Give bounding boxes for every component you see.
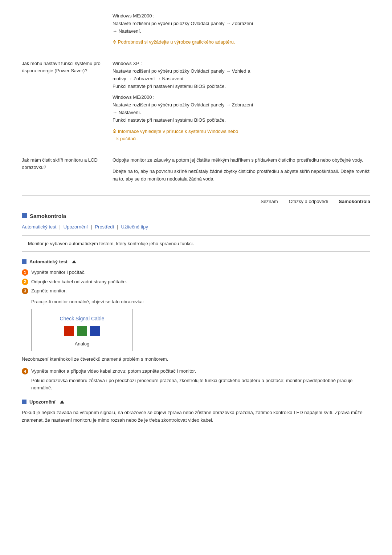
faq-question-cleaning: Jak mám čistit skříň monitoru a LCD obra…	[22, 157, 102, 186]
step-text-3: Zapněte monitor.	[31, 287, 67, 295]
step-num-2: 2	[22, 279, 28, 285]
signal-analog: Analog	[75, 341, 89, 347]
square-green	[77, 326, 87, 336]
cleaning-block-2: Dbejte na to, aby na povrchu skříně nezů…	[113, 168, 370, 183]
block-body: Nastavte rozlišení po výběru položky Ovl…	[113, 21, 253, 34]
subsection-upozorneni: Upozornění	[22, 399, 370, 405]
faq-note-power: ※ Informace vyhledejte v příručce k syst…	[113, 128, 370, 143]
signal-box: Check Signal Cable Analog	[31, 309, 133, 351]
tab-uzitecne-tipy[interactable]: Užitečné tipy	[121, 224, 148, 230]
section-heading-samokontrola: Samokontrola	[22, 213, 370, 219]
tab-prostredi[interactable]: Prostředí	[95, 224, 114, 230]
step4-note: Pokud obrazovka monitoru zůstává i po př…	[22, 377, 370, 392]
tab-auto-test[interactable]: Automatický test	[22, 224, 56, 230]
nav-seznam[interactable]: Seznam	[261, 199, 278, 204]
triangle-icon-u	[60, 400, 64, 404]
subsection-label-u: Upozornění	[29, 399, 56, 405]
faq-row-power-saver: Jak mohu nastavit funkci systému pro úsp…	[22, 55, 370, 151]
step-num-1: 1	[22, 269, 28, 276]
section-heading-text: Samokontrola	[30, 213, 66, 219]
win-me-title: Windows ME/2000 :	[113, 94, 155, 100]
win-me-body: Nastavte rozlišení po výběru položky Ovl…	[113, 102, 253, 123]
faq-question-1	[22, 12, 102, 50]
tab-sep-3: |	[117, 224, 118, 230]
subsection-icon-u	[22, 400, 26, 404]
nav-otazky[interactable]: Otázky a odpovědi	[289, 199, 328, 204]
step-num-4: 4	[22, 368, 28, 374]
tab-sep-1: |	[59, 224, 60, 230]
faq-section: Windows ME/2000 : Nastavte rozlišení po …	[22, 7, 370, 192]
step-1: 1 Vypněte monitor i počítač.	[22, 269, 370, 276]
cleaning-text-1: Odpojte monitor ze zásuvky a potom jej č…	[113, 157, 363, 163]
faq-answer-power-saver: Windows XP : Nastavte rozlišení po výběr…	[113, 60, 370, 146]
step3-note: Pracuje-li monitor normálně, objeví se t…	[22, 298, 370, 305]
nav-samokontrola[interactable]: Samokontrola	[339, 199, 370, 204]
tab-upozorneni[interactable]: Upozornění	[64, 224, 88, 230]
faq-answer-cleaning: Odpojte monitor ze zásuvky a potom jej č…	[113, 157, 370, 186]
nav-bar: Seznam Otázky a odpovědi Samokontrola	[22, 195, 370, 204]
faq-question-power-saver: Jak mohu nastavit funkci systému pro úsp…	[22, 60, 102, 146]
subsection-auto-test: Automatický test	[22, 259, 370, 264]
cleaning-text-2: Dbejte na to, aby na povrchu skříně nezů…	[113, 169, 369, 182]
section-heading-icon	[22, 213, 27, 218]
no-display-note: Nezobrazení kteréhokoli ze čtverečků zna…	[22, 356, 370, 362]
step-text-1: Vypněte monitor i počítač.	[31, 269, 86, 276]
step-3: 3 Zapněte monitor.	[22, 287, 370, 295]
win-xp-title: Windows XP :	[113, 61, 142, 66]
answer-block-me2000: Windows ME/2000 : Nastavte rozlišení po …	[113, 94, 370, 124]
win-xp-body: Nastavte rozlišení po výběru položky Ovl…	[113, 68, 250, 89]
info-box: Monitor je vybaven automatickým testem, …	[22, 235, 370, 252]
step-text-2: Odpojte video kabel od zadní strany počí…	[31, 278, 127, 285]
block-title: Windows ME/2000 :	[113, 13, 155, 19]
faq-row-cleaning: Jak mám čistit skříň monitoru a LCD obra…	[22, 151, 370, 191]
info-box-text: Monitor je vybaven automatickým testem, …	[28, 241, 194, 246]
faq-row-1: Windows ME/2000 : Nastavte rozlišení po …	[22, 7, 370, 55]
subsection-icon	[22, 259, 26, 264]
answer-block: Windows ME/2000 : Nastavte rozlišení po …	[113, 12, 370, 35]
square-blue	[90, 326, 100, 336]
square-red	[64, 326, 74, 336]
tab-sep-2: |	[91, 224, 92, 230]
signal-box-wrapper: Check Signal Cable Analog	[22, 309, 370, 351]
steps-list: 1 Vypněte monitor i počítač. 2 Odpojte v…	[22, 269, 370, 295]
step-2: 2 Odpojte video kabel od zadní strany po…	[22, 278, 370, 285]
signal-squares	[64, 326, 100, 336]
subsection-label: Automatický test	[29, 259, 68, 264]
step-text-4: Vypněte monitor a připojte video kabel z…	[31, 368, 196, 375]
triangle-icon	[72, 260, 76, 263]
upozorneni-section: Upozornění Pokud je nějaká závada na vst…	[22, 399, 370, 424]
upozorneni-text: Pokud je nějaká závada na vstupním signá…	[22, 409, 370, 424]
cleaning-block-1: Odpojte monitor ze zásuvky a potom jej č…	[113, 157, 370, 164]
auto-test-section: Automatický test 1 Vypněte monitor i poč…	[22, 259, 370, 392]
step-4-row: 4 Vypněte monitor a připojte video kabel…	[22, 368, 370, 375]
faq-answer-1: Windows ME/2000 : Nastavte rozlišení po …	[113, 12, 370, 50]
faq-note-1: ※ Podrobnosti si vyžádejte u výrobce gra…	[113, 39, 370, 46]
step-num-3: 3	[22, 288, 28, 294]
step4-block: 4 Vypněte monitor a připojte video kabel…	[22, 368, 370, 392]
answer-block-xp: Windows XP : Nastavte rozlišení po výběr…	[113, 60, 370, 90]
signal-title: Check Signal Cable	[60, 316, 105, 321]
tab-nav: Automatický test | Upozornění | Prostřed…	[22, 224, 370, 230]
